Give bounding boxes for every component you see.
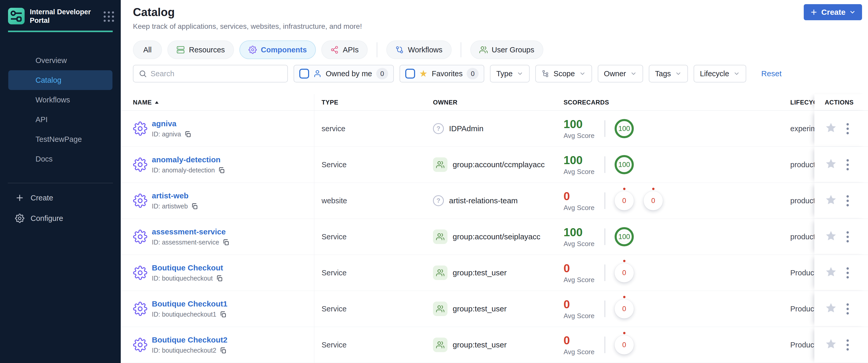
avg-score-label: Avg Score — [563, 132, 604, 140]
component-gear-icon — [133, 302, 148, 316]
type-dropdown[interactable]: Type — [490, 65, 530, 83]
scope-dropdown[interactable]: Scope — [535, 65, 592, 83]
tab-apis[interactable]: APIs — [321, 40, 368, 59]
kebab-menu-icon[interactable] — [845, 230, 850, 244]
entity-name-link[interactable]: artist-web — [152, 191, 198, 200]
copy-icon[interactable] — [222, 239, 229, 246]
tab-resources-label: Resources — [189, 46, 225, 54]
component-gear-icon — [133, 230, 148, 244]
copy-icon[interactable] — [184, 131, 191, 138]
filter-bar: Owned by me 0 ★ Favorites 0 Type Scope O… — [133, 65, 781, 83]
entity-name-link[interactable]: Boutique Checkout2 — [152, 335, 227, 344]
entity-name-block: agniva ID: agniva — [152, 119, 191, 138]
owned-by-me-checkbox[interactable] — [299, 69, 309, 79]
entity-name-link[interactable]: agniva — [152, 119, 191, 128]
kebab-menu-icon[interactable] — [845, 158, 850, 172]
copy-icon[interactable] — [191, 203, 198, 210]
entity-id: ID: boutiquecheckout — [152, 275, 213, 282]
scorecard-divider — [604, 120, 605, 137]
entity-type: Service — [321, 305, 347, 313]
entity-name-link[interactable]: anomaly-detection — [152, 155, 225, 164]
owner-dropdown[interactable]: Owner — [598, 65, 643, 83]
entity-type: Service — [321, 269, 347, 277]
entity-name-block: artist-web ID: artistweb — [152, 191, 198, 210]
entity-name-link[interactable]: Boutique Checkout1 — [152, 300, 227, 308]
owned-by-me-filter[interactable]: Owned by me 0 — [293, 65, 394, 83]
favorite-star-icon[interactable] — [825, 302, 837, 315]
column-header-name[interactable]: NAME — [121, 94, 314, 111]
tab-workflows-label: Workflows — [408, 46, 442, 54]
sidebar: Internal Developer Portal Overview Catal… — [0, 0, 121, 363]
favorite-star-icon[interactable] — [825, 194, 837, 207]
avg-score-block: 0 Avg Score — [563, 334, 604, 356]
lifecycle-value: experimental — [790, 124, 814, 133]
favorites-label: Favorites — [432, 69, 463, 78]
sidebar-item-docs[interactable]: Docs — [8, 149, 113, 169]
component-gear-icon — [133, 121, 148, 136]
app-grid-icon[interactable] — [104, 11, 114, 22]
favorite-star-icon[interactable] — [825, 266, 837, 279]
kebab-menu-icon[interactable] — [845, 122, 850, 136]
copy-icon[interactable] — [219, 311, 227, 318]
entity-type: Service — [321, 341, 347, 349]
hierarchy-icon — [541, 70, 549, 78]
favorite-star-icon[interactable] — [825, 338, 837, 352]
avg-score-value: 0 — [563, 298, 604, 311]
sidebar-item-testnewpage[interactable]: TestNewPage — [8, 129, 113, 149]
entity-kind-tabs: All Resources Components APIs Workflows — [133, 40, 543, 59]
entity-name-block: Boutique Checkout ID: boutiquecheckout — [152, 264, 223, 282]
workflow-icon — [395, 46, 404, 54]
lifecycle-dropdown[interactable]: Lifecycle — [693, 65, 746, 83]
sidebar-divider — [8, 183, 113, 183]
sidebar-item-api[interactable]: API — [8, 110, 113, 129]
avg-score-value: 100 — [563, 118, 604, 131]
kebab-menu-icon[interactable] — [845, 338, 850, 352]
entity-name-link[interactable]: Boutique Checkout — [152, 264, 223, 272]
group-icon — [433, 266, 447, 280]
table-row: anomaly-detection ID: anomaly-detection … — [121, 147, 868, 183]
favorites-filter[interactable]: ★ Favorites 0 — [400, 65, 485, 83]
tab-components[interactable]: Components — [240, 40, 316, 59]
lifecycle-dropdown-label: Lifecycle — [700, 69, 729, 78]
chevron-down-icon — [733, 70, 740, 77]
copy-icon[interactable] — [216, 275, 223, 282]
search-input[interactable] — [151, 69, 282, 78]
scorecard-circle: 100 — [615, 227, 634, 246]
reset-filters-link[interactable]: Reset — [761, 69, 781, 78]
entity-name-block: Boutique Checkout2 ID: boutiquecheckout2 — [152, 335, 227, 354]
sidebar-create-button[interactable]: Create — [15, 191, 53, 205]
entity-id: ID: assessment-service — [152, 239, 219, 246]
tags-dropdown[interactable]: Tags — [649, 65, 688, 83]
avg-score-block: 100 Avg Score — [563, 118, 604, 140]
favorite-star-icon[interactable] — [825, 230, 837, 243]
sidebar-configure-button[interactable]: Configure — [15, 212, 63, 225]
avg-score-label: Avg Score — [563, 168, 604, 176]
favorite-star-icon[interactable] — [825, 122, 837, 135]
table-header-row: NAME TYPE OWNER SCORECARDS LIFECYCLE ACT… — [121, 94, 868, 111]
entity-name-link[interactable]: assessment-service — [152, 228, 229, 236]
lifecycle-value: production — [790, 160, 814, 169]
tab-components-label: Components — [261, 46, 307, 54]
entity-type: website — [321, 196, 347, 205]
create-button[interactable]: Create — [804, 4, 862, 20]
unknown-owner-icon: ? — [433, 195, 444, 206]
avg-score-value: 0 — [563, 190, 604, 203]
sidebar-item-workflows[interactable]: Workflows — [8, 90, 113, 110]
tab-all[interactable]: All — [133, 40, 162, 59]
avg-score-value: 0 — [563, 334, 604, 347]
kebab-menu-icon[interactable] — [845, 194, 850, 208]
kebab-menu-icon[interactable] — [845, 266, 850, 280]
tab-workflows[interactable]: Workflows — [386, 40, 452, 59]
search-icon — [138, 69, 147, 78]
copy-icon[interactable] — [219, 347, 227, 354]
tab-resources[interactable]: Resources — [167, 40, 234, 59]
tab-user-groups[interactable]: User Groups — [470, 40, 543, 59]
copy-icon[interactable] — [218, 167, 225, 174]
sidebar-item-catalog[interactable]: Catalog — [8, 70, 113, 90]
favorite-star-icon[interactable] — [825, 158, 837, 171]
scorecard-circles: 100 — [615, 155, 634, 174]
sidebar-accent-rule — [8, 31, 113, 32]
sidebar-item-overview[interactable]: Overview — [8, 51, 113, 70]
kebab-menu-icon[interactable] — [845, 302, 850, 316]
favorites-checkbox[interactable] — [405, 69, 415, 79]
